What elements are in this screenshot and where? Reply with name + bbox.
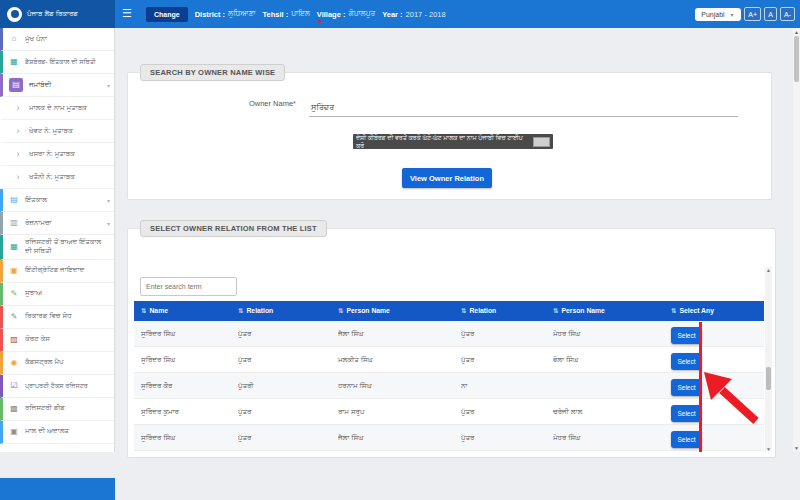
sidebar-item-16[interactable]: ▩ ਰਜਿਸਟਰੀ ਡੀਡ: [0, 398, 114, 421]
font-increase-button[interactable]: A+: [744, 7, 761, 21]
sidebar-item-5[interactable]: › ਖਸਰਾ ਨੰ: ਮੁਤਾਬਕ: [0, 143, 114, 166]
roznamcha-list-icon: ▥: [9, 219, 19, 227]
sidebar-item-13[interactable]: ▨ ਕੋਰਟ ਕੇਸ: [0, 329, 114, 352]
view-owner-relation-button[interactable]: View Owner Relation: [402, 168, 492, 188]
scroll-down-icon[interactable]: ▼: [765, 446, 772, 452]
cell-name: ਸੁਰਿੰਦਰ ਸਿੰਘ: [141, 330, 238, 338]
integrated-property-icon: ▣: [9, 267, 19, 275]
column-header-person-name-1[interactable]: ⇅Person Name: [338, 307, 461, 315]
scroll-up-icon[interactable]: ▲: [765, 267, 772, 273]
sort-icon: ⇅: [671, 307, 676, 314]
sidebar-item-17[interactable]: ▣ ਮਾਲ ਦੀ ਅਦਾਲਤ: [0, 421, 114, 444]
language-select[interactable]: Punjabi ▾: [695, 8, 741, 21]
tehsil-info: Tehsil : ਪਾਇਲ: [263, 9, 310, 19]
cell-name: ਸੁਰਿੰਦਰ ਕੌਰ: [141, 382, 238, 390]
cell-action: Select: [671, 428, 764, 448]
top-header: ਪੰਜਾਬ ਲੈਂਡ ਰਿਕਾਰਡ ☰ Change District : ਲੁ…: [0, 0, 800, 28]
sidebar-item-1[interactable]: ▦ ਡੈਸ਼ਬੋਰਡ- ਇੰਤਕਾਲ ਦੀ ਸਥਿਤੀ: [0, 51, 114, 74]
hamburger-menu-icon[interactable]: ☰: [122, 7, 132, 20]
cell-relation-2: ਪੁੱਤਰ: [461, 408, 553, 416]
registry-status-icon: ▦: [9, 243, 19, 251]
dashboard-icon: ▦: [9, 58, 19, 66]
table-row: ਸੁਰਿੰਦਰ ਸਿੰਘ ਪੁੱਤਰ ਜੈਲਾ ਸਿੰਘ ਪੁੱਤਰ ਮੇਹਰ …: [134, 425, 764, 451]
change-button[interactable]: Change: [146, 7, 188, 22]
required-asterisk: *: [293, 99, 296, 108]
relation-list-card: SELECT OWNER RELATION FROM THE LIST ⇅Nam…: [127, 228, 776, 458]
cell-person-name-1: ਮਲਕੀਤ ਸਿੰਘ: [338, 356, 461, 364]
table-row: ਸੁਰਿੰਦਰ ਕੌਰ ਪੁੱਤਰੀ ਹਰਨਾਮ ਸਿੰਘ ਨਾ Select: [134, 373, 764, 399]
app-root: ਪੰਜਾਬ ਲੈਂਡ ਰਿਕਾਰਡ ☰ Change District : ਲੁ…: [0, 0, 800, 500]
table-row: ਸੁਰਿੰਦਰ ਸਿੰਘ ਪੁੱਤਰ ਜੈਲਾ ਸਿੰਘ ਪੁੱਤਰ ਮੇਹਰ …: [134, 321, 764, 347]
table-row: ਸੁਰਿੰਦਰ ਕੁਮਾਰ ਪੁੱਤਰ ਰਾਮ ਸਰੂਪ ਪੁੱਤਰ ਚਰੰਜੀ…: [134, 399, 764, 425]
sidebar-item-14[interactable]: ◉ ਕੈਡਸਟ੍ਰਲ ਮੈਪ: [0, 352, 114, 375]
sidebar-item-11[interactable]: ✎ ਸੁਝਾਅ: [0, 283, 114, 306]
table-search-input[interactable]: [140, 277, 237, 296]
district-info: District : ਲੁਧਿਆਣਾ: [195, 9, 256, 19]
cell-person-name-1: ਹਰਨਾਮ ਸਿੰਘ: [338, 382, 461, 390]
scroll-up-icon[interactable]: ▲: [793, 29, 800, 35]
cell-person-name-1: ਰਾਮ ਸਰੂਪ: [338, 408, 461, 416]
search-owner-card: SEARCH BY OWNER NAME WISE Owner Name* ਦੇ…: [127, 72, 772, 200]
font-decrease-button[interactable]: A-: [780, 7, 795, 21]
header-controls: Punjabi ▾ A+ A A-: [695, 0, 795, 28]
sort-icon: ⇅: [141, 307, 146, 314]
cell-person-name-2: ਮੇਹਰ ਸਿੰਘ: [553, 330, 671, 338]
sidebar-scroll-thumb[interactable]: [794, 36, 799, 82]
record-correction-icon: ✎: [9, 313, 19, 321]
sidebar-item-6[interactable]: › ਖਤੌਨੀ ਨੰ: ਮੁਤਾਬਕ: [0, 166, 114, 189]
village-info: Village : ਗੋਪਾਲਪੁਰ: [317, 9, 375, 19]
select-button[interactable]: Select: [671, 327, 702, 344]
column-header-person-name-2[interactable]: ⇅Person Name: [553, 307, 671, 315]
cell-relation-1: ਪੁੱਤਰ: [238, 356, 338, 364]
sidebar-item-0[interactable]: ⌂ ਮੁੱਖ ਪੰਨਾ: [0, 28, 114, 51]
sidebar-scrollbar[interactable]: ▲ ▼: [793, 28, 800, 452]
chevron-down-icon: ▾: [731, 11, 734, 18]
chevron-right-icon: ›: [13, 127, 23, 136]
owner-name-label: Owner Name*: [136, 99, 296, 108]
cadastral-map-icon: ◉: [9, 359, 19, 367]
column-header-relation-2[interactable]: ⇅Relation: [461, 307, 553, 315]
cell-relation-1: ਪੁੱਤਰ: [238, 408, 338, 416]
sidebar-item-8[interactable]: ▥ ਰੋਜ਼ਨਾਮਚਾ ▾: [0, 212, 114, 235]
select-button[interactable]: Select: [671, 431, 702, 448]
sort-icon: ⇅: [461, 307, 466, 314]
cell-person-name-1: ਜੈਲਾ ਸਿੰਘ: [338, 434, 461, 442]
font-normal-button[interactable]: A: [764, 7, 777, 21]
keyboard-tooltip: ਦੇਸੀ ਕੀਬੋਰਡ ਦੀ ਵਰਤੋਂ ਕਰਕੇ ਘੱਟੋ-ਘੱਟ ਮਾਲਕ …: [353, 134, 553, 149]
sidebar-item-3[interactable]: › ਮਾਲਕ ਦੇ ਨਾਮ ਮੁਤਾਬਕ: [0, 97, 114, 120]
cell-relation-2: ਪੁੱਤਰ: [461, 356, 553, 364]
sidebar-item-2[interactable]: ▤ ਜਮਾਂਬੰਦੀ ▾: [0, 74, 114, 97]
cell-name: ਸੁਰਿੰਦਰ ਕੁਮਾਰ: [141, 408, 238, 416]
relation-table-body: ਸੁਰਿੰਦਰ ਸਿੰਘ ਪੁੱਤਰ ਜੈਲਾ ਸਿੰਘ ਪੁੱਤਰ ਮੇਹਰ …: [134, 321, 764, 451]
cell-person-name-2: ਚਰੰਜੀ ਲਾਲ: [553, 408, 671, 416]
column-header-relation-1[interactable]: ⇅Relation: [238, 307, 338, 315]
cell-relation-1: ਪੁੱਤਰ: [238, 330, 338, 338]
sidebar-item-9[interactable]: ▦ ਰਜਿਸਟਰੀ ਤੋਂ ਬਾਅਦ ਇੰਤਕਾਲ ਦੀ ਸਥਿਤੀ: [0, 235, 114, 260]
sort-icon: ⇅: [553, 307, 558, 314]
relation-table-header: ⇅Name ⇅Relation ⇅Person Name ⇅Relation ⇅…: [134, 301, 764, 321]
chevron-right-icon: ›: [13, 150, 23, 159]
owner-name-input[interactable]: [309, 99, 738, 117]
sidebar-item-10[interactable]: ▣ ਇੰਟੀਗ੍ਰੇਟਿਡ ਜਾਇਦਾਦ: [0, 260, 114, 283]
relation-table: ⇅Name ⇅Relation ⇅Person Name ⇅Relation ⇅…: [134, 301, 764, 451]
table-row: ਸੁਰਿੰਦਰ ਸਿੰਘ ਪੁੱਤਰ ਮਲਕੀਤ ਸਿੰਘ ਪੁੱਤਰ ਭੋਲਾ…: [134, 347, 764, 373]
sidebar-item-4[interactable]: › ਖੇਵਟ ਨੰ: ਮੁਤਾਬਕ: [0, 120, 114, 143]
cell-name: ਸੁਰਿੰਦਰ ਸਿੰਘ: [141, 434, 238, 442]
column-header-name[interactable]: ⇅Name: [141, 307, 238, 315]
cell-person-name-1: ਜੈਲਾ ਸਿੰਘ: [338, 330, 461, 338]
chevron-down-icon: ▾: [107, 82, 110, 89]
scroll-down-icon[interactable]: ▼: [793, 445, 800, 451]
sidebar-footer-strip: [0, 478, 115, 500]
chevron-right-icon: ›: [13, 104, 23, 113]
mutation-file-icon: ▤: [9, 196, 19, 204]
sidebar-item-15[interactable]: ☑ ਪ੍ਰਾਪਰਟੀ ਟੈਕਸ ਰਜਿਸਟਰ: [0, 375, 114, 398]
cell-action: Select: [671, 324, 764, 344]
cell-relation-2: ਪੁੱਤਰ: [461, 330, 553, 338]
sort-icon: ⇅: [338, 307, 343, 314]
chevron-down-icon: ▾: [107, 220, 110, 227]
village-marker-dot: [318, 20, 321, 23]
sidebar-item-12[interactable]: ✎ ਰਿਕਾਰਡ ਵਿਚ ਸੋਧ: [0, 306, 114, 329]
sidebar-item-7[interactable]: ▤ ਇੰਤਕਾਲ ▾: [0, 189, 114, 212]
column-header-select-any[interactable]: ⇅Select Any: [671, 307, 764, 315]
home-icon: ⌂: [9, 35, 19, 43]
